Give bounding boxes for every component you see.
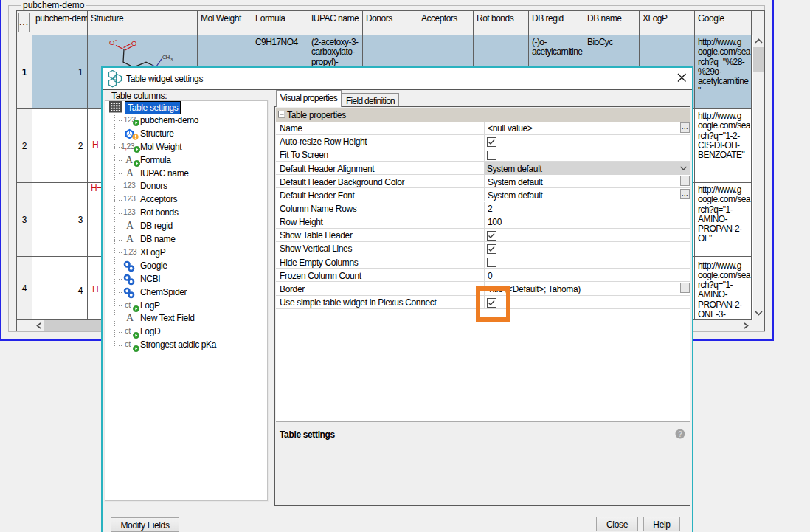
svg-text:CH: CH (162, 54, 170, 61)
svg-text:3: 3 (170, 58, 173, 62)
svg-text:?: ? (678, 430, 682, 438)
svg-text:O: O (131, 39, 136, 47)
svg-text:-: - (115, 37, 117, 42)
svg-text:O: O (109, 38, 114, 46)
